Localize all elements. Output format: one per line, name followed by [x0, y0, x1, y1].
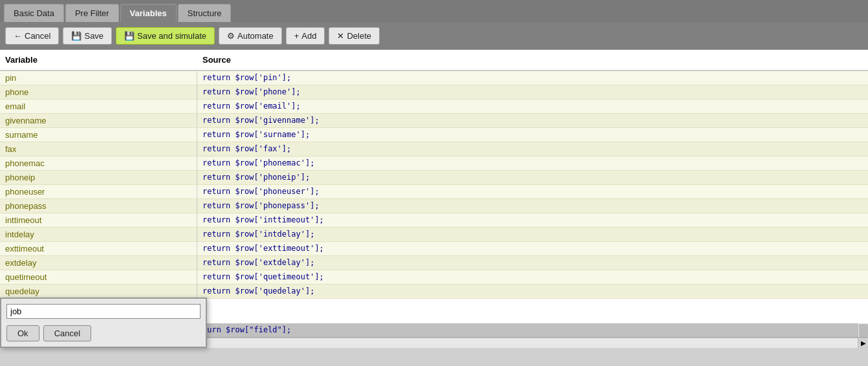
- source-cell: return $row['phoneip'];: [197, 171, 868, 184]
- table-row[interactable]: phoneuserreturn $row['phoneuser'];: [0, 185, 868, 199]
- variable-cell: phonemac: [0, 156, 197, 170]
- table-row[interactable]: exttimeoutreturn $row['exttimeout'];: [0, 242, 868, 256]
- cancel-button[interactable]: ← Cancel: [5, 27, 59, 45]
- simulate-icon: 💾: [124, 31, 135, 41]
- table-header: Variable Source: [0, 50, 868, 71]
- tabs-bar: Basic DataPre FilterVariablesStructure: [0, 0, 868, 22]
- save-button[interactable]: 💾 Save: [63, 27, 112, 45]
- automate-icon: ⚙: [227, 31, 235, 41]
- table-row[interactable]: phoneipreturn $row['phoneip'];: [0, 171, 868, 185]
- table-row[interactable]: quedelayreturn $row['quedelay'];: [0, 285, 868, 299]
- source-cell: return $row['quedelay'];: [197, 285, 868, 298]
- delete-button[interactable]: ✕ Delete: [329, 27, 380, 45]
- variable-cell: extdelay: [0, 256, 197, 270]
- source-column-header: Source: [197, 52, 868, 67]
- dialog-buttons: Ok Cancel: [1, 323, 206, 347]
- variable-cell: exttimeout: [0, 242, 197, 255]
- table-row[interactable]: phonepassreturn $row['phonepass'];: [0, 199, 868, 213]
- source-cell: return $row['surname'];: [197, 128, 868, 142]
- table-row[interactable]: inttimeoutreturn $row['inttimeout'];: [0, 213, 868, 228]
- source-cell: return $row['quetimeout'];: [197, 270, 868, 284]
- table-row[interactable]: pinreturn $row['pin'];: [0, 71, 868, 85]
- source-cell: return $row['phone'];: [197, 85, 868, 99]
- variable-cell: phonepass: [0, 199, 197, 213]
- source-cell: return $row['exttimeout'];: [197, 242, 868, 255]
- dialog-ok-button[interactable]: Ok: [6, 325, 39, 341]
- table-row[interactable]: extdelayreturn $row['extdelay'];: [0, 256, 868, 270]
- dialog-cancel-button[interactable]: Cancel: [43, 325, 91, 341]
- delete-icon: ✕: [337, 31, 344, 41]
- source-cell: return $row['inttimeout'];: [197, 213, 868, 227]
- tab-basic-data[interactable]: Basic Data: [4, 4, 64, 22]
- variable-cell: fax: [0, 142, 197, 156]
- variable-cell: email: [0, 100, 197, 113]
- toolbar: ← Cancel 💾 Save 💾 Save and simulate ⚙ Au…: [0, 22, 868, 50]
- dialog-input-field[interactable]: [6, 304, 201, 319]
- table-row[interactable]: phonereturn $row['phone'];: [0, 85, 868, 100]
- save-icon: 💾: [71, 31, 81, 41]
- variable-cell: givenname: [0, 114, 197, 127]
- table-row[interactable]: quetimeoutreturn $row['quetimeout'];: [0, 270, 868, 285]
- tab-structure[interactable]: Structure: [178, 4, 232, 22]
- source-cell: return $row['extdelay'];: [197, 256, 868, 270]
- variable-cell: quetimeout: [0, 270, 197, 284]
- tab-variables[interactable]: Variables: [120, 4, 177, 22]
- add-button[interactable]: + Add: [286, 27, 325, 45]
- table-row[interactable]: givennamereturn $row['givenname'];: [0, 114, 868, 128]
- variable-cell: pin: [0, 71, 197, 85]
- save-simulate-button[interactable]: 💾 Save and simulate: [116, 27, 215, 45]
- source-cell: return $row['phonepass'];: [197, 199, 868, 213]
- partial-source: turn $row["field"];: [197, 323, 296, 337]
- source-cell: return $row['phonemac'];: [197, 156, 868, 170]
- table-row[interactable]: phonemacreturn $row['phonemac'];: [0, 156, 868, 171]
- variable-cell: phoneuser: [0, 185, 197, 199]
- variable-cell: intdelay: [0, 228, 197, 241]
- variable-cell: phoneip: [0, 171, 197, 184]
- table-row[interactable]: surnamereturn $row['surname'];: [0, 128, 868, 142]
- variable-cell: quedelay: [0, 285, 197, 298]
- source-cell: return $row['pin'];: [197, 71, 868, 85]
- variable-cell: phone: [0, 85, 197, 99]
- source-cell: return $row['givenname'];: [197, 114, 868, 127]
- source-cell: return $row['phoneuser'];: [197, 185, 868, 199]
- variable-cell: inttimeout: [0, 213, 197, 227]
- table-row[interactable]: emailreturn $row['email'];: [0, 100, 868, 114]
- source-cell: return $row['intdelay'];: [197, 228, 868, 241]
- dialog-input-row: [1, 299, 206, 323]
- source-cell: return $row['email'];: [197, 100, 868, 113]
- variable-column-header: Variable: [0, 52, 197, 67]
- main-content: Variable Source pinreturn $row['pin'];ph…: [0, 50, 868, 348]
- cancel-icon: ←: [14, 31, 22, 41]
- add-icon: +: [294, 31, 299, 41]
- table-body[interactable]: pinreturn $row['pin'];phonereturn $row['…: [0, 71, 868, 323]
- table-row[interactable]: intdelayreturn $row['intdelay'];: [0, 228, 868, 242]
- input-dialog: Ok Cancel: [0, 297, 207, 348]
- automate-button[interactable]: ⚙ Automate: [219, 27, 282, 45]
- tab-pre-filter[interactable]: Pre Filter: [65, 4, 119, 22]
- variable-cell: surname: [0, 128, 197, 142]
- source-cell: return $row['fax'];: [197, 142, 868, 156]
- table-row[interactable]: faxreturn $row['fax'];: [0, 142, 868, 156]
